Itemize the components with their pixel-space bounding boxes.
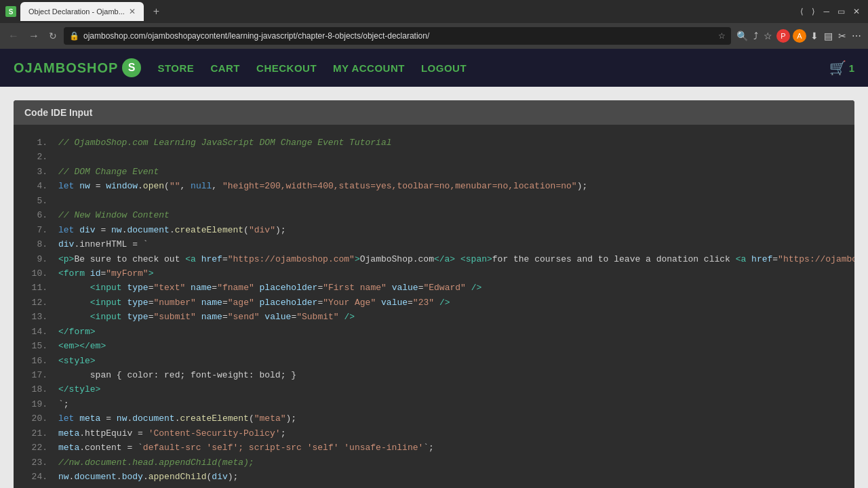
code-line-9: 9. <p>Be sure to check out <a href="http…	[14, 252, 854, 266]
back-button[interactable]: ←	[5, 28, 22, 43]
line-num-21: 21.	[27, 426, 47, 441]
window-minimize-btn[interactable]: ─	[821, 5, 832, 18]
line-num-11: 11.	[27, 281, 47, 295]
code-line-5: 5.	[14, 194, 854, 208]
extension-orange[interactable]: A	[793, 29, 806, 43]
window-back-btn[interactable]: ⟨	[797, 5, 806, 18]
code-line-7: 7. let div = nw.document.createElement("…	[14, 223, 854, 237]
line-content-15: <em></em>	[58, 339, 841, 353]
line-content-20: let meta = nw.document.createElement("me…	[58, 411, 841, 426]
window-forward-btn[interactable]: ⟩	[809, 5, 818, 18]
code-line-4: 4. let nw = window.open("", null, "heigh…	[14, 179, 854, 193]
line-content-10: <form id="myForm">	[58, 266, 841, 281]
logo-s-icon: S	[122, 58, 141, 77]
line-num-6: 6.	[27, 208, 47, 222]
code-line-1: 1. // OjamboShop.com Learning JavaScript…	[14, 136, 854, 150]
line-num-13: 13.	[27, 310, 47, 324]
line-num-16: 16.	[27, 354, 47, 368]
search-icon[interactable]: 🔍	[735, 29, 749, 43]
line-content-12: <input type="number" name="age" placehol…	[58, 296, 841, 310]
cart-widget[interactable]: 🛒 1	[829, 60, 854, 76]
code-line-16: 16. <style>	[14, 354, 854, 368]
download-icon[interactable]: ⬇	[809, 29, 820, 43]
line-content-13: <input type="submit" name="send" value="…	[58, 310, 841, 324]
new-tab-button[interactable]: +	[148, 5, 165, 18]
code-line-2: 2.	[14, 150, 854, 164]
site-logo[interactable]: OJAMBOSHOP S	[14, 58, 141, 77]
line-num-2: 2.	[27, 150, 47, 164]
settings-icon[interactable]: ⋯	[850, 29, 863, 43]
line-content-7: let div = nw.document.createElement("div…	[58, 223, 841, 237]
line-num-19: 19.	[27, 397, 47, 411]
line-content-22: meta.content = `default-src 'self'; scri…	[58, 441, 841, 455]
bookmark-icon[interactable]: ☆	[718, 31, 726, 41]
line-num-20: 20.	[27, 411, 47, 426]
line-content-24: nw.document.body.appendChild(div);	[58, 470, 841, 484]
window-close-btn[interactable]: ✕	[850, 5, 863, 18]
cart-count: 1	[849, 62, 854, 74]
line-content-23: //nw.document.head.appendChild(meta);	[58, 455, 841, 470]
line-content-1: // OjamboShop.com Learning JavaScript DO…	[58, 136, 841, 150]
extension-red[interactable]: P	[776, 29, 790, 43]
share-icon[interactable]: ⤴	[752, 29, 760, 43]
code-line-18: 18. </style>	[14, 382, 854, 396]
secure-icon: 🔒	[69, 31, 79, 41]
line-num-10: 10.	[27, 266, 47, 281]
code-line-22: 22. meta.content = `default-src 'self'; …	[14, 441, 854, 455]
line-num-3: 3.	[27, 165, 47, 179]
line-num-15: 15.	[27, 339, 47, 353]
line-content-6: // New Window Content	[58, 208, 841, 222]
line-num-1: 1.	[27, 136, 47, 150]
code-line-24: 24. nw.document.body.appendChild(div);	[14, 470, 854, 484]
url-text: ojamboshop.com/ojamboshopaycontent/learn…	[83, 31, 714, 41]
tab-close-button[interactable]: ✕	[129, 7, 136, 16]
line-num-18: 18.	[27, 382, 47, 396]
favicon-icon: S	[5, 6, 16, 17]
nav-logout[interactable]: LOGOUT	[421, 62, 467, 74]
line-content-11: <input type="text" name="fname" placehol…	[58, 281, 841, 295]
nav-cart[interactable]: CART	[210, 62, 240, 74]
line-content-17: span { color: red; font-weight: bold; }	[58, 368, 841, 382]
line-content-3: // DOM Change Event	[58, 165, 841, 179]
code-line-11: 11. <input type="text" name="fname" plac…	[14, 281, 854, 295]
code-line-20: 20. let meta = nw.document.createElement…	[14, 411, 854, 426]
line-num-14: 14.	[27, 325, 47, 339]
line-num-4: 4.	[27, 179, 47, 193]
code-ide: Code IDE Input 1. // OjamboShop.com Lear…	[14, 100, 854, 488]
page: OJAMBOSHOP S STORE CART CHECKOUT MY ACCO…	[0, 49, 868, 488]
code-line-23: 23. //nw.document.head.appendChild(meta)…	[14, 455, 854, 470]
code-line-15: 15. <em></em>	[14, 339, 854, 353]
line-content-21: meta.httpEquiv = 'Content-Security-Polic…	[58, 426, 841, 441]
code-line-14: 14. </form>	[14, 325, 854, 339]
line-content-18: </style>	[58, 382, 841, 396]
code-line-8: 8. div.innerHTML = `	[14, 237, 854, 251]
window-controls: ⟨ ⟩ ─ ▭ ✕	[797, 5, 863, 18]
nav-my-account[interactable]: MY ACCOUNT	[333, 62, 405, 74]
code-line-19: 19. `;	[14, 397, 854, 411]
line-num-23: 23.	[27, 455, 47, 470]
line-num-5: 5.	[27, 194, 47, 208]
address-bar[interactable]: 🔒 ojamboshop.com/ojamboshopaycontent/lea…	[64, 27, 731, 45]
main-content: Code IDE Input 1. // OjamboShop.com Lear…	[0, 87, 868, 488]
line-content-16: <style>	[58, 354, 841, 368]
forward-button[interactable]: →	[26, 28, 42, 43]
line-content-14: </form>	[58, 325, 841, 339]
line-num-17: 17.	[27, 368, 47, 382]
cart-icon: 🛒	[829, 60, 846, 76]
nav-store[interactable]: STORE	[157, 62, 194, 74]
title-bar: S Object Declaration - Ojamb... ✕ + ⟨ ⟩ …	[0, 0, 868, 23]
star-icon[interactable]: ☆	[762, 29, 774, 43]
sidebar-icon[interactable]: ▤	[823, 29, 834, 43]
line-content-19: `;	[58, 397, 841, 411]
line-num-8: 8.	[27, 237, 47, 251]
line-content-9: <p>Be sure to check out <a href="https:/…	[58, 252, 854, 266]
code-ide-body[interactable]: 1. // OjamboShop.com Learning JavaScript…	[14, 125, 854, 488]
nav-checkout[interactable]: CHECKOUT	[256, 62, 317, 74]
line-content-2	[58, 150, 841, 164]
line-num-24: 24.	[27, 470, 47, 484]
code-line-13: 13. <input type="submit" name="send" val…	[14, 310, 854, 324]
screenshot-icon[interactable]: ✂	[837, 29, 848, 43]
reload-button[interactable]: ↻	[46, 29, 60, 43]
window-restore-btn[interactable]: ▭	[835, 5, 848, 18]
browser-tab[interactable]: Object Declaration - Ojamb... ✕	[20, 2, 144, 21]
